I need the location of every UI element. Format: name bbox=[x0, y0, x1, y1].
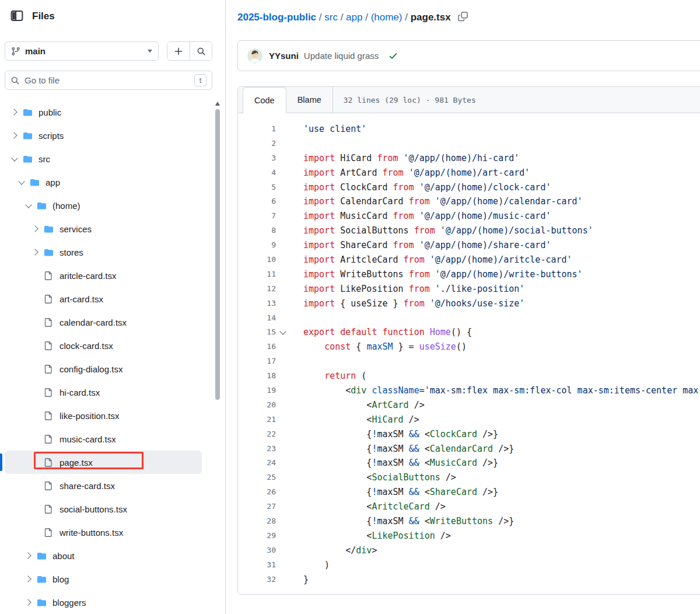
code-line: 3import HiCard from '@/app/(home)/hi-car… bbox=[238, 151, 700, 166]
code-line: 13import { useSize } from '@/hooks/use-s… bbox=[238, 296, 700, 311]
commit-message[interactable]: Update liquid grass bbox=[304, 51, 379, 61]
code-text: export default function Home() { bbox=[290, 325, 472, 340]
file-icon bbox=[44, 458, 54, 467]
file-icon bbox=[44, 294, 54, 303]
tree-file-page.tsx[interactable]: page.tsx bbox=[5, 451, 202, 474]
line-number[interactable]: 29 bbox=[238, 529, 276, 543]
line-number[interactable]: 10 bbox=[238, 253, 276, 267]
code-text: import AritcleCard from '@/app/(home)/ar… bbox=[290, 253, 572, 267]
tree-file-social-buttons.tsx[interactable]: social-buttons.tsx bbox=[5, 497, 202, 521]
copy-path-button[interactable] bbox=[458, 12, 468, 22]
line-number[interactable]: 1 bbox=[238, 122, 276, 137]
line-number[interactable]: 24 bbox=[238, 456, 276, 470]
file-icon bbox=[44, 271, 54, 280]
tree-file-clock-card.tsx[interactable]: clock-card.tsx bbox=[5, 334, 202, 357]
code-line: 6import CalendarCard from '@/app/(home)/… bbox=[238, 194, 700, 209]
line-number[interactable]: 28 bbox=[238, 514, 276, 529]
line-number[interactable]: 5 bbox=[238, 180, 276, 195]
tree-file-calendar-card.tsx[interactable]: calendar-card.tsx bbox=[5, 311, 202, 334]
tree-file-art-card.tsx[interactable]: art-card.tsx bbox=[5, 287, 202, 311]
line-number[interactable]: 25 bbox=[238, 470, 276, 485]
tree-file-config-dialog.tsx[interactable]: config-dialog.tsx bbox=[5, 357, 202, 381]
search-toggle-button[interactable] bbox=[190, 42, 212, 60]
line-number[interactable]: 21 bbox=[238, 413, 276, 427]
line-number[interactable]: 17 bbox=[238, 354, 276, 369]
line-number[interactable]: 20 bbox=[238, 398, 276, 413]
collapse-sidebar-button[interactable] bbox=[9, 9, 24, 24]
tree-file-hi-card.tsx[interactable]: hi-card.tsx bbox=[5, 381, 202, 404]
line-number[interactable]: 22 bbox=[238, 427, 276, 442]
line-number[interactable]: 31 bbox=[238, 558, 276, 573]
line-number[interactable]: 3 bbox=[238, 151, 276, 166]
line-number[interactable]: 13 bbox=[238, 296, 276, 311]
tree-file-like-position.tsx[interactable]: like-position.tsx bbox=[5, 404, 202, 427]
line-number[interactable]: 7 bbox=[238, 209, 276, 224]
tree-folder-bloggers[interactable]: bloggers bbox=[5, 591, 202, 614]
add-file-button[interactable] bbox=[167, 42, 190, 60]
tree-item-label: (home) bbox=[52, 201, 80, 211]
tree-folder-(home)[interactable]: (home) bbox=[5, 194, 202, 217]
chevron-right-icon bbox=[8, 110, 21, 114]
tree-folder-stores[interactable]: stores bbox=[5, 240, 202, 264]
tree-item-label: blog bbox=[52, 574, 69, 584]
code-panel-header: CodeBlame 32 lines (29 loc) · 981 Bytes bbox=[238, 87, 700, 113]
commit-check-icon[interactable] bbox=[388, 51, 398, 61]
tree-file-share-card.tsx[interactable]: share-card.tsx bbox=[5, 474, 202, 497]
file-icon bbox=[44, 528, 54, 537]
line-number[interactable]: 2 bbox=[238, 137, 276, 151]
tree-folder-about[interactable]: about bbox=[5, 544, 202, 567]
tree-folder-blog[interactable]: blog bbox=[5, 567, 202, 591]
line-number[interactable]: 27 bbox=[238, 500, 276, 514]
line-number[interactable]: 30 bbox=[238, 543, 276, 558]
copy-icon bbox=[458, 12, 468, 22]
line-number[interactable]: 16 bbox=[238, 340, 276, 354]
tree-folder-src[interactable]: src bbox=[5, 147, 202, 170]
line-number[interactable]: 4 bbox=[238, 166, 276, 180]
breadcrumb-repo-link[interactable]: 2025-blog-public bbox=[237, 12, 316, 23]
file-icon bbox=[44, 318, 54, 327]
main-content: 2025-blog-public / src / app / (home) / … bbox=[226, 0, 700, 614]
fold-chevron-icon[interactable] bbox=[279, 328, 286, 334]
tree-folder-scripts[interactable]: scripts bbox=[5, 124, 202, 147]
tab-blame[interactable]: Blame bbox=[286, 87, 332, 113]
code-text bbox=[290, 137, 303, 151]
breadcrumb-link[interactable]: app bbox=[346, 12, 362, 23]
code-text: import LikePosition from './like-positio… bbox=[290, 282, 524, 296]
breadcrumb-separator: / bbox=[402, 12, 411, 23]
line-number[interactable]: 9 bbox=[238, 238, 276, 253]
tree-folder-public[interactable]: public bbox=[5, 100, 202, 124]
tree-folder-services[interactable]: services bbox=[5, 217, 202, 240]
line-number[interactable]: 14 bbox=[238, 311, 276, 326]
tree-file-aritcle-card.tsx[interactable]: aritcle-card.tsx bbox=[5, 264, 202, 287]
line-number[interactable]: 32 bbox=[238, 573, 276, 587]
tab-code[interactable]: Code bbox=[243, 87, 286, 113]
line-number[interactable]: 23 bbox=[238, 442, 276, 456]
line-number[interactable]: 11 bbox=[238, 267, 276, 282]
branch-selector-button[interactable]: main bbox=[5, 41, 159, 61]
line-number[interactable]: 18 bbox=[238, 369, 276, 383]
code-line: 1'use client' bbox=[238, 122, 700, 137]
code-text: return ( bbox=[290, 369, 366, 383]
code-line: 11import WriteButtons from '@/app/(home)… bbox=[238, 267, 700, 282]
line-number[interactable]: 8 bbox=[238, 224, 276, 238]
tree-file-music-card.tsx[interactable]: music-card.tsx bbox=[5, 427, 202, 451]
code-line: 24 {!maxSM && <MusicCard />} bbox=[238, 456, 700, 470]
line-number[interactable]: 26 bbox=[238, 485, 276, 500]
breadcrumb-separator: / bbox=[338, 12, 346, 23]
line-number[interactable]: 19 bbox=[238, 383, 276, 398]
code-text: import ShareCard from '@/app/(home)/shar… bbox=[290, 238, 551, 253]
breadcrumb-link[interactable]: (home) bbox=[371, 12, 402, 23]
commit-author-name[interactable]: YYsuni bbox=[269, 51, 299, 61]
scrollbar-thumb[interactable] bbox=[215, 109, 220, 400]
commit-author-avatar[interactable] bbox=[247, 48, 262, 64]
code-text: import ClockCard from '@/app/(home)/cloc… bbox=[290, 180, 551, 195]
scroll-up-arrow-icon[interactable] bbox=[215, 102, 220, 106]
tree-folder-app[interactable]: app bbox=[5, 170, 202, 194]
line-number[interactable]: 15 bbox=[238, 325, 276, 340]
goto-file-input[interactable] bbox=[24, 75, 190, 85]
code-line: 28 {!maxSM && <WriteButtons />} bbox=[238, 514, 700, 529]
breadcrumb-link[interactable]: src bbox=[324, 12, 338, 23]
tree-file-write-buttons.tsx[interactable]: write-buttons.tsx bbox=[5, 521, 202, 544]
line-number[interactable]: 6 bbox=[238, 194, 276, 209]
line-number[interactable]: 12 bbox=[238, 282, 276, 296]
